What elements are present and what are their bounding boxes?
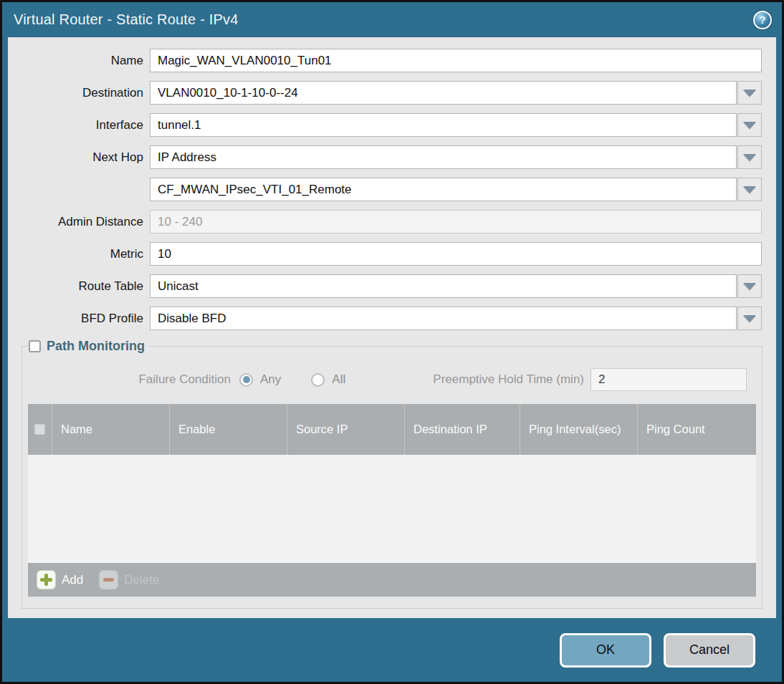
next-hop-type-dropdown-button[interactable] (737, 145, 762, 169)
admin-distance-input[interactable] (150, 210, 762, 233)
bfd-profile-input[interactable] (150, 307, 737, 330)
next-hop-label: Next Hop (8, 150, 150, 165)
next-hop-address-row (8, 178, 762, 201)
chevron-down-icon (743, 283, 756, 290)
next-hop-row: Next Hop (8, 145, 762, 169)
interface-input[interactable] (150, 113, 737, 137)
preemptive-hold-time-label: Preemptive Hold Time (min) (433, 372, 591, 387)
route-table-row: Route Table (8, 274, 762, 298)
delete-button-label: Delete (124, 573, 159, 587)
admin-distance-row: Admin Distance (8, 210, 762, 233)
interface-dropdown-button[interactable] (737, 113, 762, 137)
plus-icon (37, 570, 56, 589)
failure-condition-all-radio[interactable] (311, 373, 325, 387)
failure-condition-all-label: All (332, 372, 345, 387)
name-label: Name (8, 54, 150, 68)
table-header-enable[interactable]: Enable (170, 404, 287, 455)
path-monitoring-title: Path Monitoring (47, 339, 145, 354)
cancel-button[interactable]: Cancel (664, 633, 755, 668)
admin-distance-label: Admin Distance (8, 215, 150, 229)
next-hop-type-input[interactable] (150, 145, 737, 169)
table-body-empty (28, 455, 756, 563)
path-monitoring-checkbox[interactable] (29, 340, 41, 352)
dialog-title: Virtual Router - Static Route - IPv4 (14, 11, 239, 28)
chevron-down-icon (743, 154, 756, 161)
ok-button[interactable]: OK (560, 633, 651, 668)
metric-row: Metric (8, 242, 762, 266)
path-monitoring-options-row: Failure Condition Any All Preemptive Hol… (27, 368, 747, 391)
failure-condition-radio-group: Any All (239, 372, 368, 387)
failure-condition-any-radio[interactable] (239, 373, 253, 387)
help-icon[interactable]: ? (753, 11, 772, 29)
delete-button[interactable]: Delete (99, 570, 159, 589)
static-route-dialog: Virtual Router - Static Route - IPv4 ? N… (0, 0, 784, 684)
destination-label: Destination (8, 86, 150, 100)
table-header-row: Name Enable Source IP Destination IP Pin… (28, 404, 756, 455)
failure-condition-label: Failure Condition (27, 372, 231, 387)
name-row: Name (8, 49, 762, 72)
route-table-input[interactable] (150, 274, 737, 298)
destination-input[interactable] (150, 81, 737, 105)
table-header-checkbox-cell (28, 404, 52, 455)
interface-row: Interface (8, 113, 762, 137)
add-button[interactable]: Add (37, 570, 83, 589)
route-table-dropdown-button[interactable] (737, 274, 762, 298)
preemptive-hold-time-input[interactable] (591, 368, 747, 391)
add-button-label: Add (62, 573, 83, 587)
select-all-checkbox[interactable] (34, 424, 45, 435)
table-toolbar: Add Delete (28, 563, 756, 597)
next-hop-address-input[interactable] (150, 178, 737, 201)
table-header-source-ip[interactable]: Source IP (287, 404, 405, 455)
dialog-title-bar: Virtual Router - Static Route - IPv4 ? (2, 2, 782, 37)
failure-condition-any-label: Any (260, 372, 281, 387)
chevron-down-icon (743, 315, 756, 322)
minus-icon (99, 570, 118, 589)
table-header-destination-ip[interactable]: Destination IP (405, 404, 520, 455)
chevron-down-icon (743, 122, 756, 129)
table-header-ping-interval[interactable]: Ping Interval(sec) (520, 404, 638, 455)
dialog-body: Name Destination Interface (8, 37, 776, 618)
interface-label: Interface (8, 118, 150, 133)
path-monitoring-table: Name Enable Source IP Destination IP Pin… (28, 404, 756, 597)
chevron-down-icon (743, 90, 756, 97)
bfd-profile-label: BFD Profile (8, 312, 150, 326)
dialog-footer: OK Cancel (2, 618, 782, 682)
path-monitoring-section: Path Monitoring Failure Condition Any Al… (21, 339, 763, 609)
help-icon-glyph: ? (759, 14, 765, 26)
metric-input[interactable] (150, 242, 762, 266)
table-header-name[interactable]: Name (52, 404, 170, 455)
bfd-profile-row: BFD Profile (8, 307, 762, 330)
preemptive-hold-time-group: Preemptive Hold Time (min) (433, 368, 747, 391)
table-header-ping-count[interactable]: Ping Count (638, 404, 756, 455)
route-table-label: Route Table (8, 279, 150, 294)
metric-label: Metric (8, 247, 150, 261)
destination-dropdown-button[interactable] (737, 81, 762, 105)
name-input[interactable] (150, 49, 762, 72)
destination-row: Destination (8, 81, 762, 105)
path-monitoring-legend: Path Monitoring (27, 339, 149, 354)
chevron-down-icon (743, 186, 756, 193)
next-hop-address-dropdown-button[interactable] (737, 178, 762, 201)
bfd-profile-dropdown-button[interactable] (737, 307, 762, 330)
